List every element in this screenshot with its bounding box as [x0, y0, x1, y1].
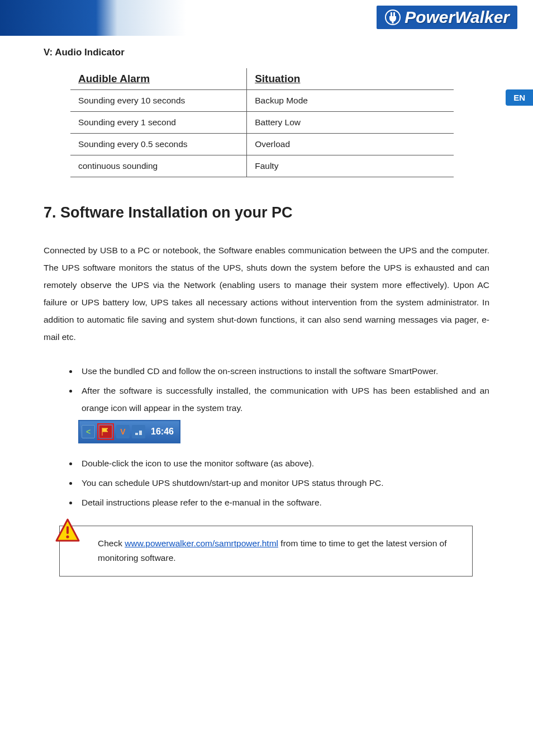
- cell-alarm: Sounding every 10 seconds: [70, 90, 247, 112]
- audio-indicator-table: Audible Alarm Situation Sounding every 1…: [70, 68, 454, 177]
- intro-paragraph: Connected by USB to a PC or notebook, th…: [44, 242, 489, 346]
- table-row: Sounding every 10 seconds Backup Mode: [70, 90, 454, 112]
- th-situation: Situation: [247, 68, 454, 90]
- table-row: Sounding every 1 second Battery Low: [70, 112, 454, 134]
- cell-alarm: Sounding every 0.5 seconds: [70, 134, 247, 155]
- th-audible-alarm: Audible Alarm: [70, 68, 247, 90]
- svg-point-7: [66, 535, 69, 538]
- tray-v-icon: V: [116, 425, 130, 438]
- cell-situation: Backup Mode: [247, 90, 454, 112]
- note-prefix: Check: [98, 538, 125, 548]
- tray-expand-icon: <: [82, 425, 95, 438]
- list-item: Double-click the icon to use the monitor…: [78, 455, 489, 472]
- warning-icon: [54, 517, 81, 544]
- list-item: After the software is successfully insta…: [78, 382, 489, 417]
- svg-rect-5: [139, 431, 142, 435]
- brand-logo: PowerWalker: [377, 6, 517, 29]
- top-banner: PowerWalker: [0, 0, 533, 36]
- cell-situation: Battery Low: [247, 112, 454, 134]
- tray-highlight-box: [97, 423, 114, 440]
- language-tab[interactable]: EN: [506, 89, 533, 106]
- plug-icon: [384, 9, 401, 26]
- svg-rect-4: [135, 433, 138, 435]
- cell-alarm: continuous sounding: [70, 155, 247, 177]
- note-box: Check www.powerwalker.com/samrtpower.htm…: [59, 526, 473, 577]
- cell-situation: Overload: [247, 134, 454, 155]
- cell-situation: Faulty: [247, 155, 454, 177]
- bullet-list-a: Use the bundled CD and follow the on-scr…: [44, 362, 489, 417]
- cell-alarm: Sounding every 1 second: [70, 112, 247, 134]
- page-content: V: Audio Indicator Audible Alarm Situati…: [0, 36, 533, 599]
- list-item: Detail instructions please refer to the …: [78, 494, 489, 511]
- tray-smartpower-icon: [99, 425, 112, 438]
- svg-rect-1: [391, 12, 392, 16]
- section-v-title: V: Audio Indicator: [44, 47, 489, 58]
- list-item: You can schedule UPS shutdown/start-up a…: [78, 474, 489, 492]
- tray-clock: 16:46: [151, 427, 174, 437]
- svg-rect-2: [393, 12, 395, 16]
- system-tray-screenshot: < V 16:46: [78, 420, 489, 443]
- note-link[interactable]: www.powerwalker.com/samrtpower.html: [125, 538, 278, 548]
- table-row: Sounding every 0.5 seconds Overload: [70, 134, 454, 155]
- tray-network-icon: [132, 425, 145, 438]
- note-text: Check www.powerwalker.com/samrtpower.htm…: [98, 536, 460, 566]
- section-7-title: 7. Software Installation on your PC: [44, 204, 489, 221]
- svg-rect-6: [66, 526, 69, 534]
- svg-rect-3: [392, 21, 394, 23]
- list-item: Use the bundled CD and follow the on-scr…: [78, 362, 489, 380]
- bullet-list-b: Double-click the icon to use the monitor…: [44, 455, 489, 511]
- table-row: continuous sounding Faulty: [70, 155, 454, 177]
- brand-text: PowerWalker: [404, 8, 510, 27]
